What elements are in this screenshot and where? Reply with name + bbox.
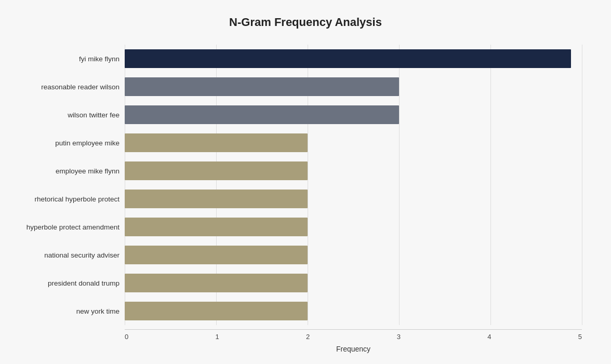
bar-label: national security adviser [16,251,119,259]
grid-line [582,45,582,325]
bar-1 [125,77,399,96]
bar-label: employee mike flynn [16,167,119,175]
bar-7 [125,246,308,264]
bar-label: hyperbole protect amendment [16,223,119,231]
bar-label: reasonable reader wilson [16,83,119,91]
bar-row: rhetorical hyperbole protect [125,185,582,213]
chart-container: N-Gram Frequency Analysis fyi mike flynn… [0,10,611,364]
bar-row: president donald trump [125,269,582,297]
x-tick-2: 2 [306,333,310,341]
bar-5 [125,190,308,208]
bar-0 [125,49,571,68]
bar-6 [125,218,308,236]
bar-label: wilson twitter fee [16,111,119,119]
bar-3 [125,133,308,152]
bar-2 [125,105,399,124]
x-axis-ticks: 012345 [125,329,582,341]
bars-container: fyi mike flynnreasonable reader wilsonwi… [125,45,582,325]
x-tick-1: 1 [216,333,219,341]
x-axis: 012345 Frequency [125,329,590,353]
bar-4 [125,161,308,180]
bar-row: employee mike flynn [125,157,582,185]
bar-8 [125,274,308,292]
bar-label: rhetorical hyperbole protect [16,195,119,203]
x-tick-0: 0 [125,333,128,341]
bar-row: fyi mike flynn [125,45,582,73]
bar-label: new york time [16,307,119,315]
x-tick-5: 5 [578,333,582,341]
bar-row: hyperbole protect amendment [125,213,582,241]
bar-row: national security adviser [125,241,582,269]
bar-label: fyi mike flynn [16,55,119,63]
x-tick-3: 3 [397,333,401,341]
bar-label: president donald trump [16,279,119,287]
x-axis-label: Frequency [125,345,582,353]
chart-title: N-Gram Frequency Analysis [21,16,590,29]
bar-row: reasonable reader wilson [125,73,582,101]
bar-row: new york time [125,297,582,325]
bar-9 [125,302,308,320]
bar-row: wilson twitter fee [125,101,582,129]
x-tick-4: 4 [487,333,491,341]
bar-label: putin employee mike [16,139,119,147]
bar-row: putin employee mike [125,129,582,157]
